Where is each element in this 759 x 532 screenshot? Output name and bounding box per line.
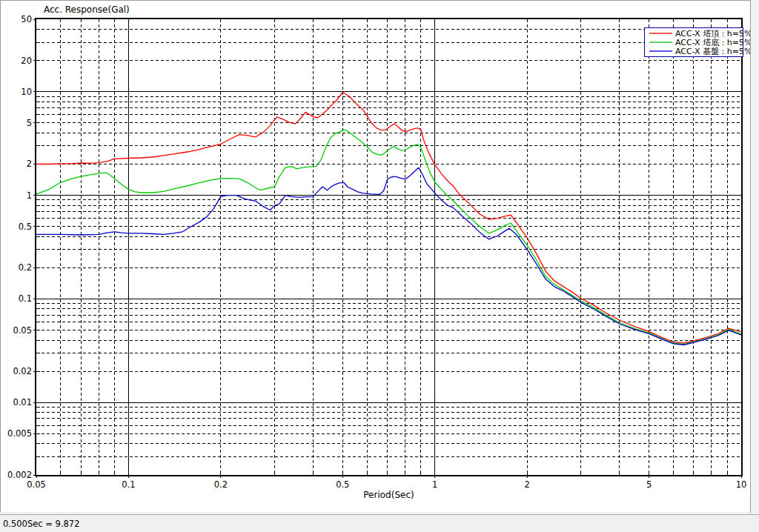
plot-area[interactable]: [36, 19, 741, 475]
y-tick-label: 0.002: [7, 470, 32, 480]
y-tick-label: 0.01: [13, 397, 32, 408]
chart-canvas: 5020105210.50.20.10.050.020.010.0050.002…: [0, 0, 750, 512]
chart-title: Acc. Response(Gal): [44, 4, 130, 15]
y-tick-label: 20: [21, 56, 32, 66]
x-tick-label: 0.2: [214, 479, 228, 490]
x-tick-label: 10: [736, 479, 747, 490]
y-tick-label: 0.5: [19, 222, 32, 232]
response-spectrum-plot[interactable]: 5020105210.50.20.10.050.020.010.0050.002…: [1, 1, 751, 513]
x-tick-label: 0.5: [336, 479, 349, 490]
y-tick-label: 0.005: [7, 428, 32, 439]
y-tick-label: 0.2: [19, 262, 32, 273]
x-tick-label: 1: [432, 479, 437, 490]
status-bar: 0.500Sec = 9.872: [0, 514, 759, 532]
y-tick-label: 2: [27, 159, 32, 169]
x-tick-label: 0.05: [27, 479, 46, 490]
y-tick-label: 0.1: [19, 293, 32, 304]
x-tick-label: 5: [646, 479, 652, 490]
legend-label-2: ACC-X 基盤 : h=5%: [675, 47, 751, 56]
y-tick-label: 1: [27, 190, 32, 201]
window-right-border: [750, 0, 759, 513]
cursor-readout: 0.500Sec = 9.872: [0, 519, 80, 529]
y-tick-label: 0.02: [13, 366, 32, 376]
y-tick-label: 50: [21, 14, 32, 24]
x-tick-label: 2: [524, 479, 529, 490]
x-axis-label: Period(Sec): [36, 490, 741, 500]
x-tick-label: 0.1: [122, 479, 135, 490]
y-tick-label: 0.05: [13, 325, 32, 336]
y-tick-label: 10: [21, 87, 32, 97]
y-tick-label: 5: [27, 118, 32, 128]
